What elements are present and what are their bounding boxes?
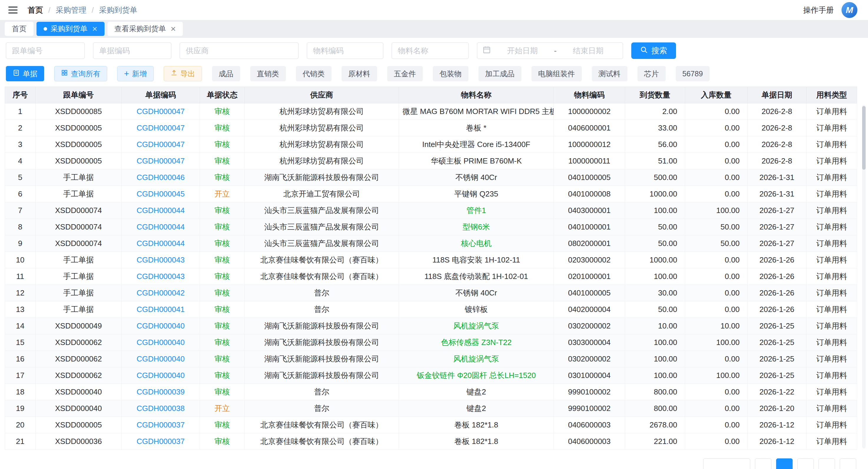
filter-input-material-code[interactable]: [307, 42, 383, 59]
category-button[interactable]: 56789: [676, 66, 710, 81]
column-header[interactable]: 跟单编号: [36, 87, 122, 104]
breadcrumb-item[interactable]: 采购管理: [56, 5, 86, 15]
doc-code-link[interactable]: CGDH000047: [136, 140, 185, 149]
table-row[interactable]: 2XSDD000005CGDH000047审核杭州彩球坊贸易有限公司卷板 *04…: [5, 120, 857, 137]
table-row[interactable]: 16XSDD000062CGDH000040审核湖南飞沃新能源科技股份有限公司风…: [5, 351, 857, 368]
query-all-button[interactable]: 查询所有: [54, 66, 107, 81]
table-row[interactable]: 6手工单据CGDH000045开立北京开迪工贸有限公司平键钢 Q23504010…: [5, 186, 857, 202]
table-row[interactable]: 20XSDD000005CGDH000037审核北京赛佳味餐饮有限公司（赛百味）…: [5, 417, 857, 433]
document-button[interactable]: 单据: [6, 66, 44, 81]
category-button[interactable]: 包装物: [433, 66, 468, 81]
doc-code-link[interactable]: CGDH000038: [136, 404, 185, 413]
doc-code-link[interactable]: CGDH000042: [136, 288, 185, 297]
table-row[interactable]: 19XSDD000040CGDH000038开立普尔键盘299901000028…: [5, 400, 857, 417]
table-row[interactable]: 21XSDD000036CGDH000037审核北京赛佳味餐饮有限公司（赛百味）…: [5, 433, 857, 450]
table-row[interactable]: 14XSDD000049CGDH000040审核湖南飞沃新能源科技股份有限公司风…: [5, 318, 857, 334]
doc-code-link[interactable]: CGDH000037: [136, 437, 185, 446]
page-button[interactable]: [818, 459, 835, 469]
column-header[interactable]: 入库数量: [685, 87, 748, 104]
doc-code-link[interactable]: CGDH000046: [136, 173, 185, 182]
filter-input-doc-code[interactable]: [93, 42, 172, 59]
manual-link[interactable]: 操作手册: [803, 5, 834, 15]
tab-close-icon[interactable]: ×: [171, 25, 176, 33]
table-row[interactable]: 10手工单据CGDH000043审核北京赛佳味餐饮有限公司（赛百味）118S 电…: [5, 252, 857, 268]
doc-code-link[interactable]: CGDH000044: [136, 206, 185, 215]
add-button[interactable]: + 新增: [117, 66, 154, 81]
search-button[interactable]: 搜索: [631, 42, 676, 59]
doc-code-link[interactable]: CGDH000043: [136, 272, 185, 281]
cell-doc-code[interactable]: CGDH000044: [122, 202, 200, 219]
doc-code-link[interactable]: CGDH000040: [136, 354, 185, 363]
category-button[interactable]: 测试料: [592, 66, 627, 81]
table-scrollbar-thumb[interactable]: [862, 106, 866, 170]
page-button[interactable]: [797, 459, 814, 469]
table-row[interactable]: 4XSDD000005CGDH000047审核杭州彩球坊贸易有限公司华硕主板 P…: [5, 153, 857, 169]
tab-purchase-arrival[interactable]: 采购到货单×: [36, 22, 104, 36]
column-header[interactable]: 物料名称: [399, 87, 554, 104]
breadcrumb-item[interactable]: 采购到货单: [99, 5, 137, 15]
cell-doc-code[interactable]: CGDH000043: [122, 252, 200, 268]
table-row[interactable]: 7XSDD000074CGDH000044审核汕头市三辰蓝猫产品发展有限公司管件…: [5, 202, 857, 219]
doc-code-link[interactable]: CGDH000037: [136, 420, 185, 429]
category-button[interactable]: 直销类: [250, 66, 286, 81]
column-header[interactable]: 单据状态: [200, 87, 245, 104]
table-row[interactable]: 15XSDD000062CGDH000040审核湖南飞沃新能源科技股份有限公司色…: [5, 334, 857, 351]
export-button[interactable]: 导出: [164, 66, 202, 81]
doc-code-link[interactable]: CGDH000040: [136, 371, 185, 380]
category-button[interactable]: 芯片: [638, 66, 666, 81]
avatar[interactable]: M: [841, 2, 858, 18]
filter-input-material-name[interactable]: [392, 42, 469, 59]
category-button[interactable]: 加工成品: [478, 66, 522, 81]
cell-doc-code[interactable]: CGDH000042: [122, 285, 200, 301]
doc-code-link[interactable]: CGDH000043: [136, 256, 185, 264]
category-button[interactable]: 电脑组装件: [531, 66, 582, 81]
doc-code-link[interactable]: CGDH000044: [136, 223, 185, 231]
cell-doc-code[interactable]: CGDH000043: [122, 268, 200, 285]
table-row[interactable]: 9XSDD000074CGDH000044审核汕头市三辰蓝猫产品发展有限公司核心…: [5, 235, 857, 252]
tab-view-purchase-arrival[interactable]: 查看采购到货单×: [107, 22, 183, 36]
column-header[interactable]: 单据编码: [122, 87, 200, 104]
table-row[interactable]: 5手工单据CGDH000046审核湖南飞沃新能源科技股份有限公司不锈钢 40Cr…: [5, 169, 857, 186]
table-row[interactable]: 12手工单据CGDH000042审核普尔不锈钢 40Cr040100000530…: [5, 285, 857, 301]
filter-input-order-no[interactable]: [6, 42, 85, 59]
column-header[interactable]: 到货数量: [625, 87, 685, 104]
doc-code-link[interactable]: CGDH000045: [136, 189, 185, 198]
breadcrumb-item[interactable]: 首页: [28, 5, 43, 15]
cell-doc-code[interactable]: CGDH000045: [122, 186, 200, 202]
table-row[interactable]: 3XSDD000005CGDH000047审核杭州彩球坊贸易有限公司Intel中…: [5, 137, 857, 153]
doc-code-link[interactable]: CGDH000047: [136, 107, 185, 116]
table-row[interactable]: 13手工单据CGDH000041审核普尔镀锌板040200000450.000.…: [5, 301, 857, 318]
page-size-select[interactable]: [703, 459, 750, 469]
cell-doc-code[interactable]: CGDH000041: [122, 301, 200, 318]
cell-doc-code[interactable]: CGDH000038: [122, 400, 200, 417]
start-date-placeholder[interactable]: 开始日期: [493, 46, 552, 56]
prev-page-button[interactable]: [755, 459, 771, 469]
end-date-placeholder[interactable]: 结束日期: [559, 46, 617, 56]
doc-code-link[interactable]: CGDH000040: [136, 338, 185, 347]
cell-doc-code[interactable]: CGDH000044: [122, 219, 200, 235]
column-header[interactable]: 序号: [5, 87, 36, 104]
table-row[interactable]: 11手工单据CGDH000043审核北京赛佳味餐饮有限公司（赛百味）118S 底…: [5, 268, 857, 285]
doc-code-link[interactable]: CGDH000040: [136, 321, 185, 330]
category-button[interactable]: 代销类: [296, 66, 332, 81]
cell-doc-code[interactable]: CGDH000040: [122, 334, 200, 351]
cell-doc-code[interactable]: CGDH000047: [122, 137, 200, 153]
cell-doc-code[interactable]: CGDH000039: [122, 384, 200, 400]
cell-doc-code[interactable]: CGDH000047: [122, 120, 200, 137]
table-row[interactable]: 17XSDD000062CGDH000040审核湖南飞沃新能源科技股份有限公司钣…: [5, 368, 857, 384]
cell-doc-code[interactable]: CGDH000047: [122, 153, 200, 169]
tab-close-icon[interactable]: ×: [92, 25, 97, 33]
filter-input-supplier[interactable]: [180, 42, 299, 59]
category-button[interactable]: 五金件: [387, 66, 423, 81]
table-row[interactable]: 8XSDD000074CGDH000044审核汕头市三辰蓝猫产品发展有限公司型钢…: [5, 219, 857, 235]
cell-doc-code[interactable]: CGDH000046: [122, 169, 200, 186]
cell-doc-code[interactable]: CGDH000047: [122, 104, 200, 120]
category-button[interactable]: 成品: [212, 66, 240, 81]
cell-doc-code[interactable]: CGDH000037: [122, 433, 200, 450]
table-row[interactable]: 18XSDD000040CGDH000039审核普尔键盘299901000028…: [5, 384, 857, 400]
category-button[interactable]: 原材料: [342, 66, 377, 81]
table-row[interactable]: 1XSDD000085CGDH000047审核杭州彩球坊贸易有限公司微星 MAG…: [5, 104, 857, 120]
current-page-button[interactable]: [776, 459, 793, 469]
date-range-picker[interactable]: 开始日期 - 结束日期: [477, 42, 623, 59]
column-header[interactable]: 用料类型: [806, 87, 857, 104]
